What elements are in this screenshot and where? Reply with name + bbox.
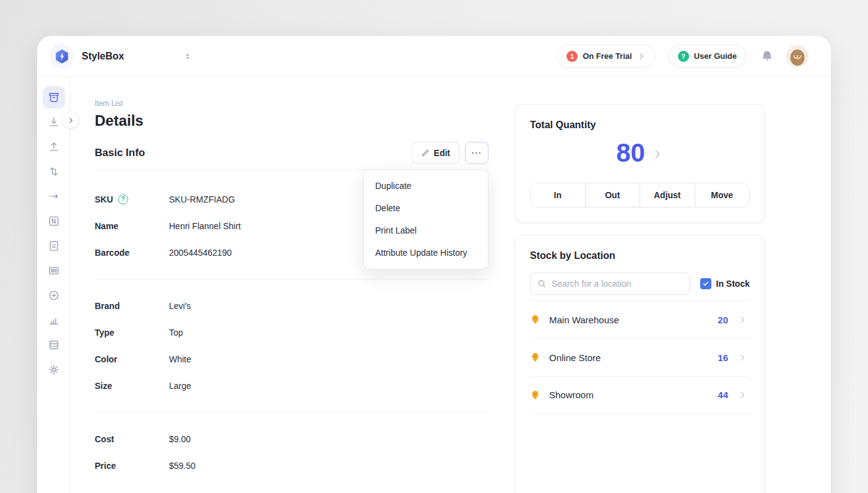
- details-content: Item List Details Basic Info Edit ··· Du…: [71, 77, 514, 493]
- menu-item[interactable]: Print Label: [364, 219, 488, 242]
- field-label: Price: [95, 461, 116, 471]
- hexagon-bolt-icon: [54, 48, 70, 64]
- notifications-bell-icon[interactable]: [760, 50, 774, 63]
- in-stock-checkbox[interactable]: [700, 278, 711, 289]
- chevron-right-icon: [637, 52, 646, 61]
- topbar-right: 1 On Free Trial ? User Guide: [557, 45, 809, 68]
- sidebar-item-barcode-icon[interactable]: [43, 260, 65, 282]
- section-title: Basic Info: [95, 147, 412, 159]
- sidebar-item-document-icon[interactable]: [43, 235, 65, 257]
- location-name: Showroom: [549, 390, 718, 400]
- location-qty: 44: [718, 390, 728, 400]
- field-value: White: [169, 354, 191, 364]
- top-bar: StyleBox 1 On Free Trial ? User Guide: [37, 36, 831, 77]
- breadcrumb[interactable]: Item List: [95, 99, 488, 108]
- app-window: StyleBox 1 On Free Trial ? User Guide: [37, 36, 831, 493]
- field-row: Type Top: [95, 319, 488, 346]
- menu-item[interactable]: Delete: [364, 197, 488, 219]
- location-qty: 16: [718, 352, 728, 363]
- field-row: Price $59.50: [95, 452, 488, 479]
- sidebar-item-package-icon[interactable]: [43, 86, 65, 108]
- app-body: Item List Details Basic Info Edit ··· Du…: [37, 77, 831, 493]
- sidebar-item-bar-chart-icon[interactable]: [43, 309, 65, 331]
- search-icon: [537, 279, 547, 289]
- field-value: Levi's: [169, 301, 191, 311]
- field-value: Large: [169, 381, 191, 391]
- field-row: Size Large: [95, 372, 488, 399]
- menu-item[interactable]: Attribute Update History: [364, 242, 488, 264]
- chevron-right-icon: [651, 148, 664, 160]
- sidebar-item-arrow-up-from-line-icon[interactable]: [43, 136, 65, 158]
- field-label: Type: [95, 328, 115, 338]
- chevron-right-icon: [738, 390, 747, 399]
- sidebar-expand-button[interactable]: [62, 111, 79, 129]
- right-column: Total Quantity 80 InOutAdjustMove Stock …: [514, 77, 765, 493]
- total-quantity-value: 80: [616, 138, 645, 168]
- sidebar-item-plus-circle-icon[interactable]: [43, 284, 65, 307]
- action-move-button[interactable]: Move: [695, 183, 750, 207]
- map-pin-icon: [530, 389, 540, 401]
- page-title: Details: [95, 112, 488, 129]
- location-qty: 20: [718, 315, 728, 325]
- action-out-button[interactable]: Out: [585, 183, 640, 207]
- field-value: $9.00: [169, 434, 191, 444]
- sidebar-item-box-adjust-icon[interactable]: [43, 210, 65, 232]
- field-label: Name: [95, 221, 118, 231]
- location-search-input[interactable]: [552, 279, 684, 289]
- action-in-button[interactable]: In: [531, 183, 585, 207]
- location-row[interactable]: Showroom 44: [530, 376, 750, 414]
- quantity-row[interactable]: 80: [530, 138, 750, 168]
- stock-controls: In Stock: [530, 273, 750, 295]
- in-stock-label: In Stock: [716, 279, 750, 289]
- main-area: Item List Details Basic Info Edit ··· Du…: [71, 77, 831, 493]
- map-pin-icon: [530, 351, 540, 364]
- field-value: $59.50: [169, 461, 196, 471]
- location-list: Main Warehouse 20 Online Store 16 Showro…: [530, 300, 750, 414]
- sidebar-item-arrow-right-from-dot-icon[interactable]: [43, 185, 65, 207]
- more-actions-button[interactable]: ···: [465, 142, 488, 164]
- in-stock-filter[interactable]: In Stock: [700, 278, 750, 289]
- check-icon: [702, 280, 710, 287]
- stock-by-location-title: Stock by Location: [530, 250, 750, 261]
- question-icon: ?: [678, 51, 689, 62]
- field-label: SKU: [95, 194, 113, 204]
- edit-label: Edit: [434, 148, 450, 158]
- group-divider: [95, 412, 488, 412]
- pencil-icon: [421, 149, 430, 157]
- field-value: 2005445462190: [169, 248, 232, 258]
- location-row[interactable]: Main Warehouse 20: [530, 300, 750, 338]
- field-label: Brand: [95, 301, 119, 311]
- field-label: Cost: [95, 434, 114, 444]
- field-value: SKU-RMZFIADG: [169, 194, 235, 204]
- trial-label: On Free Trial: [583, 51, 631, 61]
- sidebar: [37, 77, 71, 493]
- field-value: Top: [169, 328, 183, 338]
- sidebar-item-rows-icon[interactable]: [43, 334, 65, 356]
- help-icon[interactable]: ?: [118, 194, 128, 204]
- field-value: Henri Flannel Shirt: [169, 221, 241, 231]
- workspace-switcher-icon[interactable]: [183, 51, 193, 61]
- sidebar-item-arrow-down-to-line-icon[interactable]: [43, 111, 65, 133]
- location-name: Online Store: [549, 352, 718, 363]
- location-search[interactable]: [530, 273, 690, 295]
- field-label: Color: [95, 354, 118, 364]
- context-menu: DuplicateDeletePrint LabelAttribute Upda…: [363, 169, 488, 269]
- free-trial-button[interactable]: 1 On Free Trial: [557, 45, 655, 68]
- field-row: Color White: [95, 346, 488, 372]
- trial-badge: 1: [566, 51, 578, 62]
- stock-by-location-card: Stock by Location In Stock: [514, 235, 765, 493]
- edit-button[interactable]: Edit: [412, 142, 459, 164]
- field-label: Size: [95, 381, 112, 391]
- menu-item[interactable]: Duplicate: [364, 175, 488, 197]
- app-logo: [50, 44, 74, 69]
- sidebar-item-arrows-up-down-icon[interactable]: [43, 160, 65, 183]
- field-row: Brand Levi's: [95, 292, 488, 319]
- action-adjust-button[interactable]: Adjust: [640, 183, 695, 207]
- sidebar-item-gear-icon[interactable]: [43, 359, 65, 381]
- location-row[interactable]: Online Store 16: [530, 338, 750, 376]
- user-avatar[interactable]: [786, 45, 809, 68]
- basic-info-header: Basic Info Edit ···: [95, 142, 488, 164]
- user-guide-button[interactable]: ? User Guide: [668, 45, 747, 68]
- user-guide-label: User Guide: [694, 51, 737, 61]
- quantity-actions: InOutAdjustMove: [530, 183, 750, 207]
